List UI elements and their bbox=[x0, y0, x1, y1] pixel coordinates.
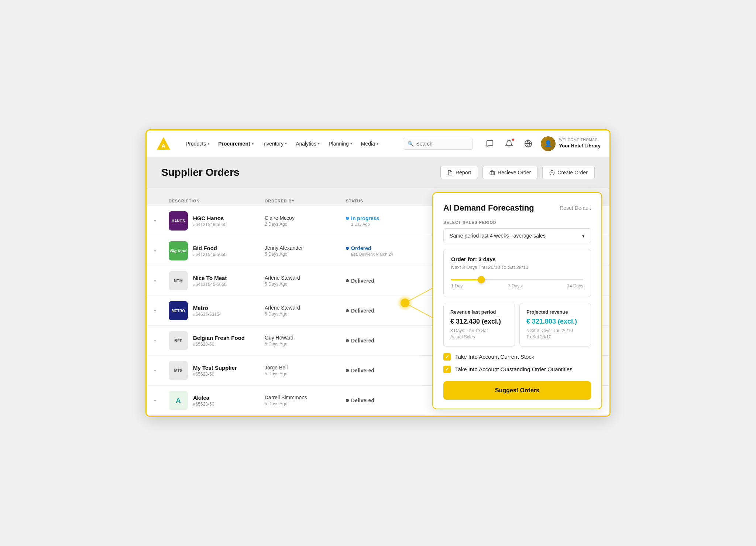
order-period-sub: Next 3 Days Thu 26/10 To Sat 28/10 bbox=[451, 265, 583, 270]
svg-rect-6 bbox=[490, 171, 495, 175]
supplier-cell: METRO Metro #54635-53154 bbox=[169, 301, 265, 320]
ai-panel: AI Demand Forecasting Reset Default SELE… bbox=[432, 192, 602, 409]
nav-icons: 👤 WELCOME THOMAS, Your Hotel Library bbox=[483, 136, 601, 151]
status-badge: In progress bbox=[346, 215, 420, 221]
supplier-logo: METRO bbox=[169, 301, 188, 320]
supplier-info: Metro #54635-53154 bbox=[193, 305, 221, 317]
report-icon bbox=[447, 170, 453, 175]
order-period-title: Order for: 3 days bbox=[451, 256, 583, 262]
checkbox-current-stock[interactable]: Take Into Account Current Stock bbox=[443, 353, 591, 361]
supplier-logo: BFF bbox=[169, 331, 188, 350]
status-dot bbox=[346, 309, 349, 312]
ordered-by: Claire Mccoy 2 Days Ago bbox=[265, 215, 346, 227]
analytics-chevron-icon: ▾ bbox=[318, 141, 320, 146]
supplier-logo: HANOS bbox=[169, 211, 188, 231]
slider-thumb[interactable] bbox=[478, 276, 485, 283]
status-badge: Delivered bbox=[346, 278, 420, 284]
planning-chevron-icon: ▾ bbox=[350, 141, 352, 146]
nav-analytics[interactable]: Analytics ▾ bbox=[292, 139, 323, 149]
search-input[interactable] bbox=[416, 141, 468, 147]
nav-planning[interactable]: Planning ▾ bbox=[325, 139, 356, 149]
status-cell: Delivered bbox=[346, 278, 420, 284]
ordered-by: Jorge Bell 5 Days Ago bbox=[265, 365, 346, 376]
revenue-projected-box: Projected revenue € 321.803 (excl.) Next… bbox=[519, 303, 591, 347]
supplier-cell: A Akilea #65623-50 bbox=[169, 391, 265, 410]
revenue-projected-period: Next 3 Days: Thu 26/10To Sat 28/10 bbox=[526, 328, 584, 340]
receive-order-button[interactable]: Recieve Order bbox=[482, 166, 538, 179]
order-days-slider[interactable]: 1 Day 7 Days 14 Days bbox=[451, 276, 583, 290]
status-badge: Delivered bbox=[346, 397, 420, 403]
logo[interactable]: A bbox=[155, 136, 172, 152]
revenue-projected-amount: € 321.803 (excl.) bbox=[526, 318, 584, 325]
supplier-logo: Big food bbox=[169, 241, 188, 260]
media-chevron-icon: ▾ bbox=[377, 141, 378, 146]
inventory-chevron-icon: ▾ bbox=[285, 141, 287, 146]
status-cell: Delivered bbox=[346, 338, 420, 344]
nav-media[interactable]: Media ▾ bbox=[357, 139, 382, 149]
supplier-logo: MTS bbox=[169, 361, 188, 380]
search-icon: 🔍 bbox=[408, 141, 414, 147]
row-expand-icon[interactable]: ▾ bbox=[154, 368, 169, 373]
receive-icon bbox=[489, 170, 495, 175]
revenue-last-period: 3 Days: Thu To SatActual Sales bbox=[450, 328, 508, 340]
status-badge: Ordered bbox=[346, 245, 420, 251]
status-badge: Delivered bbox=[346, 308, 420, 314]
row-expand-icon[interactable]: ▾ bbox=[154, 308, 169, 313]
nav-procurement[interactable]: Procurement ▾ bbox=[214, 139, 257, 149]
checkbox-outstanding-orders[interactable]: Take Into Account Outstanding Order Quan… bbox=[443, 366, 591, 373]
reset-default-button[interactable]: Reset Default bbox=[560, 205, 591, 211]
checkbox-outstanding-orders-check[interactable] bbox=[443, 366, 451, 373]
row-expand-icon[interactable]: ▾ bbox=[154, 278, 169, 283]
revenue-projected-label: Projected revenue bbox=[526, 309, 584, 315]
sales-period-select[interactable]: Same period last 4 weeks - average sales… bbox=[443, 228, 591, 243]
ai-panel-header: AI Demand Forecasting Reset Default bbox=[443, 203, 591, 213]
ordered-by: Arlene Steward 5 Days Ago bbox=[265, 275, 346, 287]
report-button[interactable]: Report bbox=[440, 166, 478, 179]
header-actions: Report Recieve Order Create Order bbox=[440, 166, 595, 179]
checkbox-current-stock-check[interactable] bbox=[443, 353, 451, 361]
status-badge: Delivered bbox=[346, 338, 420, 344]
row-expand-icon[interactable]: ▾ bbox=[154, 398, 169, 403]
status-cell: Delivered bbox=[346, 397, 420, 403]
procurement-chevron-icon: ▾ bbox=[252, 141, 254, 146]
select-chevron-icon: ▾ bbox=[582, 233, 585, 239]
status-dot bbox=[346, 339, 349, 342]
ordered-by: Arlene Steward 5 Days Ago bbox=[265, 305, 346, 317]
supplier-info: Belgian Fresh Food #65623-50 bbox=[193, 335, 245, 347]
status-dot bbox=[346, 217, 349, 220]
user-text: WELCOME THOMAS, Your Hotel Library bbox=[559, 137, 601, 149]
supplier-cell: Big food Bid Food #64131546-5650 bbox=[169, 241, 265, 260]
supplier-info: My Test Supplier #65623-50 bbox=[193, 365, 237, 377]
status-badge: Delivered bbox=[346, 368, 420, 373]
notification-badge bbox=[511, 138, 515, 141]
globe-icon-btn[interactable] bbox=[522, 137, 535, 150]
supplier-info: Nice To Meat #64131546-5650 bbox=[193, 275, 227, 287]
row-expand-icon[interactable]: ▾ bbox=[154, 218, 169, 223]
revenue-last-label: Revenue last period bbox=[450, 309, 508, 315]
sales-period-label: SELECT SALES PERIOD bbox=[443, 220, 591, 225]
supplier-info: HGC Hanos #64131546-5650 bbox=[193, 215, 227, 227]
supplier-cell: HANOS HGC Hanos #64131546-5650 bbox=[169, 211, 265, 231]
status-cell: Delivered bbox=[346, 308, 420, 314]
create-order-button[interactable]: Create Order bbox=[542, 166, 595, 179]
suggest-orders-button[interactable]: Suggest Orders bbox=[443, 381, 591, 400]
row-expand-icon[interactable]: ▾ bbox=[154, 248, 169, 253]
main-content: DESCRIPTION ORDERED BY STATUS ▾ HANOS HG… bbox=[147, 188, 609, 416]
row-expand-icon[interactable]: ▾ bbox=[154, 338, 169, 343]
status-dot bbox=[346, 279, 349, 282]
page-title: Supplier Orders bbox=[161, 167, 240, 178]
app-frame: A Products ▾ Procurement ▾ Inventory ▾ A… bbox=[145, 129, 611, 417]
status-dot bbox=[346, 247, 349, 250]
notification-icon-btn[interactable] bbox=[502, 137, 516, 150]
supplier-logo: NTM bbox=[169, 271, 188, 290]
nav-products[interactable]: Products ▾ bbox=[182, 139, 213, 149]
nav-inventory[interactable]: Inventory ▾ bbox=[259, 139, 291, 149]
chat-icon-btn[interactable] bbox=[483, 137, 496, 150]
supplier-cell: MTS My Test Supplier #65623-50 bbox=[169, 361, 265, 380]
slider-labels: 1 Day 7 Days 14 Days bbox=[451, 283, 583, 289]
order-period-box: Order for: 3 days Next 3 Days Thu 26/10 … bbox=[443, 249, 591, 297]
revenue-last-amount: € 312.430 (excl.) bbox=[450, 318, 508, 325]
search-box[interactable]: 🔍 bbox=[403, 138, 473, 150]
status-cell: In progress 1 Day Ago bbox=[346, 215, 420, 226]
user-area[interactable]: 👤 WELCOME THOMAS, Your Hotel Library bbox=[541, 136, 601, 151]
